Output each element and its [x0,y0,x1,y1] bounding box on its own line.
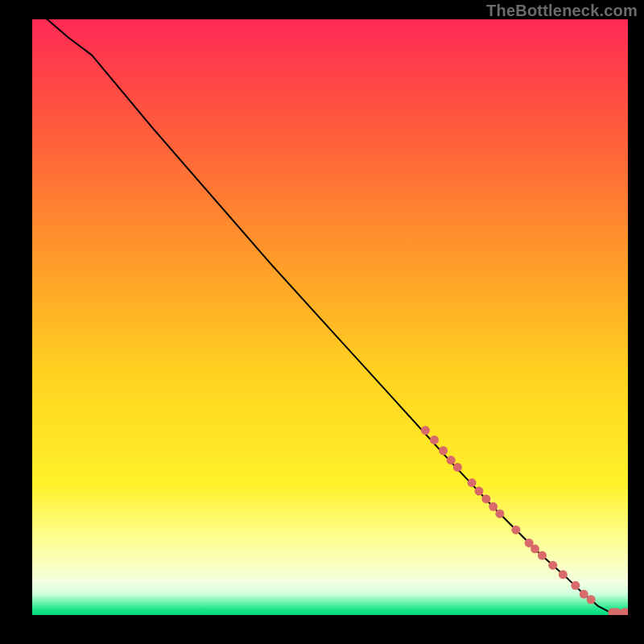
plot-background [32,19,628,615]
highlight-dot [489,502,497,511]
highlight-dot [548,561,557,570]
highlight-dot [538,551,547,560]
chart-frame: TheBottleneck.com [0,0,644,644]
highlight-dot [559,570,568,579]
highlight-dot [468,478,477,487]
highlight-dot [530,544,539,553]
highlight-dot [580,590,588,599]
highlight-dot [430,436,439,444]
highlight-dot [453,463,462,472]
highlight-dot [511,526,520,535]
highlight-dot [447,456,456,464]
highlight-dot [481,494,490,503]
highlight-dot [571,581,580,590]
plot-area [32,19,628,615]
highlight-dot [475,487,484,496]
watermark-text: TheBottleneck.com [486,2,638,20]
highlight-dot [587,595,596,604]
highlight-dot [495,510,504,518]
highlight-dot [439,446,448,455]
highlight-dot [421,426,430,435]
chart-svg [32,19,628,615]
